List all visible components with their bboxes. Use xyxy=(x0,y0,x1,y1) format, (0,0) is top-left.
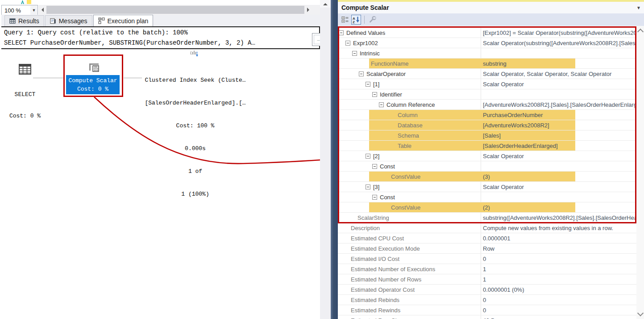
tab-messages[interactable]: Messages xyxy=(45,15,92,26)
property-row[interactable]: Defined Values[Expr1002] = Scalar Operat… xyxy=(338,28,636,38)
properties-toolbar: AZ xyxy=(338,13,644,26)
property-name: Estimated Row Size xyxy=(351,317,403,319)
property-row[interactable]: Estimated Execution ModeRow xyxy=(338,243,636,254)
collapse-minus-icon[interactable] xyxy=(379,102,384,107)
property-row[interactable]: ConstValue(3) xyxy=(338,172,636,182)
property-value: 0.0000001 xyxy=(481,233,636,243)
compute-scalar-node[interactable]: Compute Scalar Cost: 0 % xyxy=(66,75,120,94)
clustered-index-seek-node[interactable]: Clustered Index Seek (Cluste… [SalesOrde… xyxy=(125,61,266,213)
vertical-scrollbar[interactable] xyxy=(320,0,331,319)
property-name: [3] xyxy=(373,184,379,190)
property-row[interactable]: Estimated Number of Executions1 xyxy=(338,264,636,274)
collapse-minus-icon[interactable] xyxy=(372,195,377,200)
property-row[interactable]: ScalarStringsubstring([AdventureWorks200… xyxy=(338,213,636,223)
property-row[interactable]: [3]Scalar Operator xyxy=(338,182,636,192)
property-value: [Sales] xyxy=(481,130,636,140)
property-row[interactable]: Const xyxy=(338,192,636,202)
property-row[interactable]: Intrinsic xyxy=(338,48,636,59)
clustered-index-seek-icon[interactable] xyxy=(189,48,200,59)
property-row[interactable]: DescriptionCompute new values from exist… xyxy=(338,223,636,233)
categorized-icon[interactable] xyxy=(340,15,350,25)
property-row[interactable]: Estimated Row Size43 B xyxy=(338,315,636,319)
property-value: [SalesOrderHeaderEnlarged] xyxy=(481,141,636,151)
property-name: Const xyxy=(380,194,395,201)
tab-label: Execution plan xyxy=(108,17,149,25)
collapse-minus-icon[interactable] xyxy=(366,154,370,159)
tab-execution-plan[interactable]: Execution plan xyxy=(93,15,154,26)
tab-results[interactable]: Results xyxy=(4,15,44,26)
property-row[interactable]: Identifier xyxy=(338,89,636,100)
property-name: Estimated Execution Mode xyxy=(351,245,420,252)
property-row[interactable]: Column Reference[AdventureWorks2008R2].[… xyxy=(338,100,636,110)
property-row[interactable]: Estimated CPU Cost0.0000001 xyxy=(338,233,636,243)
compute-scalar-name: Compute Scalar xyxy=(66,76,120,85)
property-name: Intrinsic xyxy=(360,50,380,57)
seek-line: 0.000s xyxy=(125,145,266,152)
tab-label: Results xyxy=(18,17,39,25)
collapse-minus-icon[interactable] xyxy=(366,185,370,189)
collapse-minus-icon[interactable] xyxy=(372,164,377,169)
property-row[interactable]: Estimated Rebinds0 xyxy=(338,295,636,305)
property-row[interactable]: [1]Scalar Operator xyxy=(338,79,636,89)
property-row[interactable]: Estimated Number of Rows1 xyxy=(338,274,636,285)
scroll-down-chevron-icon[interactable] xyxy=(637,310,644,316)
property-row[interactable]: Expr1002Scalar Operator(substring([Adven… xyxy=(338,38,636,48)
panel-splitter[interactable] xyxy=(331,0,338,319)
property-row[interactable]: ColumnPurchaseOrderNumber xyxy=(338,110,636,120)
property-name: Estimated Rewinds xyxy=(351,307,400,314)
property-row[interactable]: Estimated I/O Cost0 xyxy=(338,254,636,264)
property-row[interactable]: Estimated Rewinds0 xyxy=(338,305,636,315)
property-row[interactable]: ConstValue(2) xyxy=(338,202,636,213)
alphabetical-sort-icon[interactable]: AZ xyxy=(351,15,361,25)
properties-title-bar: Compute Scalar ▼ xyxy=(338,2,644,13)
scroll-up-button[interactable] xyxy=(320,0,331,8)
property-value: 1 xyxy=(481,264,636,274)
chevron-down-icon[interactable]: ▼ xyxy=(30,5,37,15)
seek-line: [SalesOrderHeaderEnlarged].[… xyxy=(125,99,266,107)
collapse-minus-icon[interactable] xyxy=(352,51,357,56)
property-name: ScalarOperator xyxy=(366,71,406,77)
collapse-minus-icon[interactable] xyxy=(345,41,350,46)
property-value: 0 xyxy=(481,295,636,305)
property-name: [2] xyxy=(373,153,379,160)
property-value: 0 xyxy=(481,305,636,315)
scroll-left-button[interactable] xyxy=(38,5,46,15)
select-result-icon[interactable] xyxy=(18,63,32,76)
property-name: Expr1002 xyxy=(353,40,378,46)
property-row[interactable]: ScalarOperatorScalar Operator, Scalar Op… xyxy=(338,69,636,79)
select-node-label[interactable]: SELECT Cost: 0 % xyxy=(3,77,47,134)
collapse-minus-icon[interactable] xyxy=(339,30,344,35)
compute-scalar-icon[interactable] xyxy=(87,61,101,74)
property-row[interactable]: Schema[Sales] xyxy=(338,130,636,141)
properties-scrollbar[interactable] xyxy=(636,26,644,319)
scroll-right-button[interactable] xyxy=(305,5,312,15)
property-name: Identifier xyxy=(380,91,402,98)
property-row[interactable]: Estimated Operator Cost0.0000001 (0%) xyxy=(338,285,636,295)
property-value: Scalar Operator xyxy=(481,182,636,192)
scroll-up-chevron-icon[interactable] xyxy=(637,29,644,35)
collapse-minus-icon[interactable] xyxy=(366,82,370,87)
property-name: Column xyxy=(398,112,418,118)
property-value xyxy=(481,192,636,202)
property-name: Estimated Rebinds xyxy=(351,297,399,303)
zoom-combobox[interactable]: 100 % ▼ xyxy=(1,5,38,16)
property-row[interactable]: FunctionNamesubstring xyxy=(338,59,636,69)
property-grid: Defined Values[Expr1002] = Scalar Operat… xyxy=(338,28,636,319)
horizontal-scrollbar-thumb[interactable] xyxy=(46,6,304,14)
horizontal-scrollbar[interactable] xyxy=(38,5,320,15)
properties-title: Compute Scalar xyxy=(341,4,389,11)
advanced-wrench-icon[interactable] xyxy=(368,15,378,25)
collapse-minus-icon[interactable] xyxy=(372,92,377,97)
property-name: Schema xyxy=(398,132,419,139)
property-value: Scalar Operator xyxy=(481,151,636,161)
chevron-down-icon[interactable]: ▼ xyxy=(636,5,641,10)
property-value: substring xyxy=(481,59,636,68)
property-row[interactable]: [2]Scalar Operator xyxy=(338,151,636,161)
seek-line: Cost: 100 % xyxy=(125,122,266,130)
property-value: 43 B xyxy=(481,315,636,319)
property-row[interactable]: Table[SalesOrderHeaderEnlarged] xyxy=(338,141,636,151)
collapse-minus-icon[interactable] xyxy=(359,71,364,76)
property-row[interactable]: Const xyxy=(338,161,636,172)
property-row[interactable]: Database[AdventureWorks2008R2] xyxy=(338,120,636,130)
select-node-cost: Cost: 0 % xyxy=(3,113,47,120)
